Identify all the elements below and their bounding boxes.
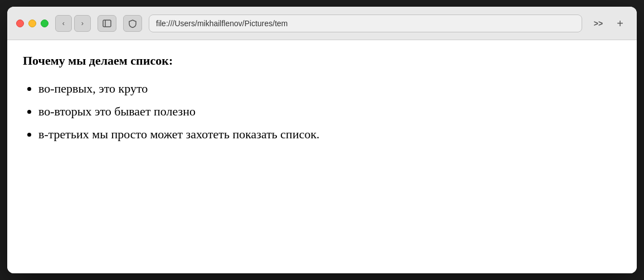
url-text: file:///Users/mikhailflenov/Pictures/tem xyxy=(156,19,288,28)
minimize-button[interactable] xyxy=(28,20,36,27)
browser-window: ‹ › file:///Users/mikhailflenov/Pictures… xyxy=(7,7,637,273)
close-button[interactable] xyxy=(16,20,24,27)
page-heading: Почему мы делаем список: xyxy=(23,54,621,68)
sidebar-icon xyxy=(103,19,111,28)
list-item: во-вторых это бывает полезно xyxy=(38,102,621,120)
shield-icon xyxy=(128,19,137,28)
reader-mode-button[interactable] xyxy=(123,15,142,32)
titlebar: ‹ › file:///Users/mikhailflenov/Pictures… xyxy=(7,7,637,40)
list-item: в-третьих мы просто может захотеть показ… xyxy=(38,125,621,143)
toolbar-right: >> + xyxy=(589,15,628,32)
address-bar[interactable]: file:///Users/mikhailflenov/Pictures/tem xyxy=(149,15,582,32)
forward-button[interactable]: › xyxy=(74,15,91,32)
back-button[interactable]: ‹ xyxy=(55,15,72,32)
maximize-button[interactable] xyxy=(41,20,48,27)
forward-icon: › xyxy=(81,19,84,27)
more-button[interactable]: >> xyxy=(589,15,608,32)
back-icon: ‹ xyxy=(62,19,65,27)
content-area: Почему мы делаем список: во-первых, это … xyxy=(7,40,637,273)
sidebar-toggle-button[interactable] xyxy=(97,15,116,32)
traffic-lights xyxy=(16,20,48,27)
nav-buttons: ‹ › xyxy=(55,15,91,32)
new-tab-button[interactable]: + xyxy=(612,16,628,31)
svg-rect-0 xyxy=(103,20,111,27)
list-item: во-первых, это круто xyxy=(38,79,621,98)
page-list: во-первых, это круто во-вторых это бывае… xyxy=(23,79,621,143)
